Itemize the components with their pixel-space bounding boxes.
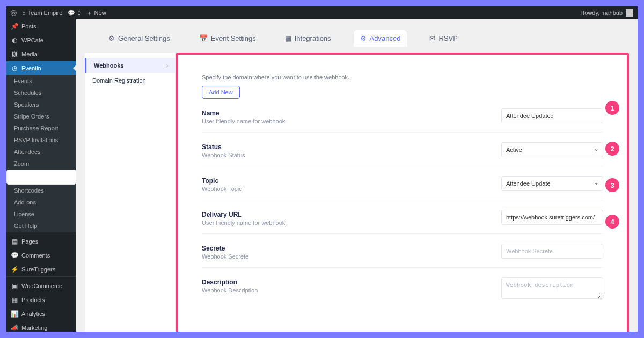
highlighted-form-area: Specify the domain where you want to use… [176, 53, 629, 332]
sidebar-item-posts[interactable]: 📌Posts [6, 19, 76, 33]
inner-nav-domain[interactable]: Domain Registration [85, 73, 175, 88]
field-label: Status [202, 143, 245, 151]
secret-input[interactable] [501, 244, 603, 259]
inner-nav-label: Domain Registration [92, 77, 146, 84]
instruction-text: Specify the domain where you want to use… [202, 74, 603, 80]
sidebar-sub-help[interactable]: Get Help [6, 220, 76, 232]
sidebar-sub-attendees[interactable]: Attendees [6, 146, 76, 158]
tab-label: General Settings [118, 34, 170, 42]
sidebar-item-pages[interactable]: ▤Pages [6, 234, 76, 248]
sidebar-item-suretriggers[interactable]: ⚡SureTriggers [6, 262, 76, 276]
marketing-icon: 📣 [11, 324, 18, 332]
wp-logo[interactable]: ⓦ [11, 9, 17, 17]
sidebar-sub-rsvpinv[interactable]: RSVP Invitations [6, 134, 76, 146]
add-new-button[interactable]: Add New [202, 86, 240, 99]
tab-label: Event Settings [211, 34, 256, 42]
suretriggers-icon: ⚡ [11, 266, 18, 273]
rsvp-icon: ✉ [429, 34, 435, 42]
sidebar-item-label: SureTriggers [21, 266, 55, 273]
sidebar-item-wpcafe[interactable]: ◐WPCafe [6, 33, 76, 47]
field-url: Delivary URL User friendly name for webh… [202, 200, 603, 234]
tab-label: Integrations [295, 34, 331, 42]
comments-icon: 💬 [11, 252, 18, 259]
sidebar-sub-zoom[interactable]: Zoom [6, 158, 76, 170]
sidebar-item-label: Comments [21, 252, 50, 259]
sidebar-item-marketing[interactable]: 📣Marketing [6, 321, 76, 332]
sidebar-item-label: Analytics [21, 311, 45, 317]
sidebar-item-woocommerce[interactable]: ▣WooCommerce [6, 279, 76, 293]
sliders-icon: ⚙ [360, 34, 367, 42]
sidebar-item-eventin[interactable]: ◷Eventin [6, 61, 76, 75]
field-desc: User friendly name for webhook [202, 118, 285, 124]
sidebar-item-comments[interactable]: 💬Comments [6, 248, 76, 262]
field-label: Secrete [202, 245, 248, 252]
sidebar-sub-speakers[interactable]: Speakers [6, 99, 76, 111]
inner-nav-label: Webhooks [94, 62, 123, 69]
admin-bar: ⓦ ⌂ Team Empire 💬 0 ＋ New Howdy, mahbub [6, 6, 638, 19]
field-desc: Webhook Topic [202, 186, 242, 192]
sidebar-item-label: Posts [21, 23, 36, 30]
analytics-icon: 📊 [11, 310, 18, 318]
field-secret: Secrete Webhook Secrete [202, 234, 603, 268]
media-icon: 🖼 [11, 50, 18, 58]
settings-tabs: ⚙General Settings 📅Event Settings ▦Integ… [76, 19, 638, 47]
sidebar-sub-schedules[interactable]: Schedules [6, 87, 76, 99]
products-icon: ▦ [11, 296, 18, 304]
name-input[interactable] [501, 108, 603, 123]
sidebar-sub-shortcodes[interactable]: Shortcodes [6, 185, 76, 196]
sidebar-item-products[interactable]: ▦Products [6, 293, 76, 307]
annotation-badge-1: 1 [605, 101, 619, 115]
sidebar-item-label: Products [21, 297, 45, 303]
sidebar-sub-events[interactable]: Events [6, 75, 76, 87]
status-select[interactable]: Active [501, 142, 603, 157]
topic-select[interactable]: Attendee Update [501, 176, 603, 191]
calendar-icon: 📅 [199, 34, 208, 42]
sidebar-item-label: Marketing [21, 325, 47, 331]
site-name[interactable]: ⌂ Team Empire [22, 10, 62, 16]
field-label: Name [202, 109, 285, 117]
sidebar-item-label: Pages [21, 238, 38, 245]
annotation-badge-4: 4 [605, 215, 619, 229]
sidebar-item-media[interactable]: 🖼Media [6, 47, 76, 61]
content-area: ⚙General Settings 📅Event Settings ▦Integ… [76, 19, 638, 332]
field-desc: Webhook Status [202, 152, 245, 158]
sidebar-sub-purchase[interactable]: Purchase Report [6, 122, 76, 134]
tab-label: RSVP [438, 34, 457, 42]
new-button[interactable]: ＋ New [86, 9, 106, 17]
inner-nav-webhooks[interactable]: Webhooks › [85, 58, 175, 73]
tab-integrations[interactable]: ▦Integrations [279, 30, 338, 47]
eventin-icon: ◷ [11, 64, 18, 72]
sidebar-item-label: WPCafe [21, 37, 43, 43]
sidebar-item-analytics[interactable]: 📊Analytics [6, 307, 76, 321]
tab-label: Advanced [370, 34, 401, 42]
field-description: Description Webhook Description [202, 268, 603, 308]
howdy-user[interactable]: Howdy, mahbub [580, 9, 633, 17]
description-textarea[interactable] [501, 277, 603, 299]
sidebar-sub-settings[interactable]: Settings [6, 170, 76, 185]
tab-advanced[interactable]: ⚙Advanced [354, 30, 407, 47]
sidebar-sub-stripe[interactable]: Stripe Orders [6, 111, 76, 122]
chevron-right-icon: › [166, 63, 168, 69]
field-name: Name User friendly name for webhook [202, 99, 603, 133]
tab-event[interactable]: 📅Event Settings [193, 30, 262, 47]
field-label: Topic [202, 177, 242, 185]
tab-rsvp[interactable]: ✉RSVP [423, 30, 464, 47]
inner-nav: Webhooks › Domain Registration [85, 53, 176, 332]
avatar [626, 9, 633, 17]
comments-count-label: 0 [77, 10, 80, 16]
sidebar-item-label: Media [21, 51, 38, 57]
url-input[interactable] [501, 210, 603, 225]
howdy-label: Howdy, mahbub [580, 10, 623, 16]
tab-general[interactable]: ⚙General Settings [102, 30, 177, 47]
grid-icon: ▦ [285, 34, 291, 42]
comments-count[interactable]: 💬 0 [68, 10, 80, 17]
wpcafe-icon: ◐ [11, 36, 18, 44]
field-desc: User friendly name for webhook [202, 219, 285, 226]
sidebar-sub-addons[interactable]: Add-ons [6, 196, 76, 208]
field-desc: Webhook Secrete [202, 253, 248, 260]
annotation-badge-3: 3 [605, 178, 619, 192]
sidebar-item-label: WooCommerce [21, 283, 62, 289]
field-status: Status Webhook Status Active [202, 133, 603, 166]
webhook-card: Specify the domain where you want to use… [189, 64, 616, 318]
sidebar-sub-license[interactable]: License [6, 208, 76, 220]
